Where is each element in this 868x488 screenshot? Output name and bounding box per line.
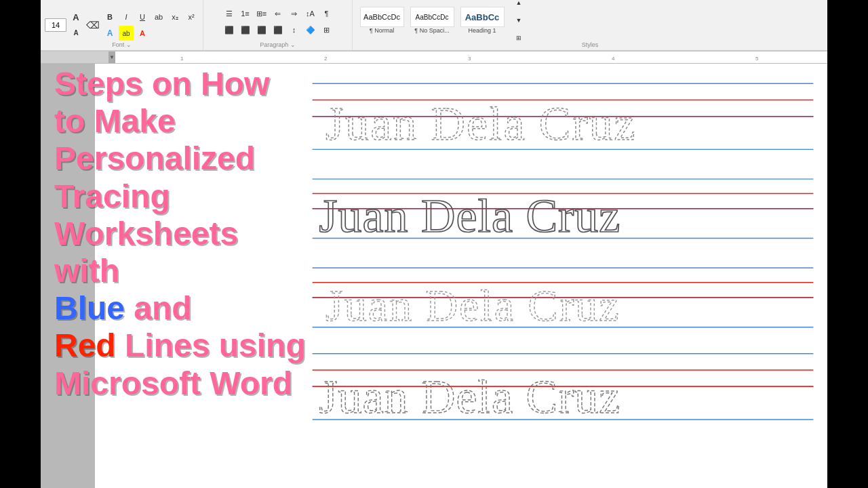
superscript-btn[interactable]: x² — [184, 9, 199, 24]
ruler-cursor: ▼ — [108, 52, 115, 63]
style-nospace[interactable]: AaBbCcDc ¶ No Spaci... — [408, 4, 456, 37]
ruler-mark-5: 5 — [755, 56, 758, 62]
style-heading1-text: AaBbCc — [465, 12, 500, 22]
italic-btn[interactable]: I — [119, 9, 134, 24]
style-nospace-text: AaBbCcDc — [416, 14, 449, 21]
black-bar-right — [827, 0, 868, 488]
ruler-mark-3: 3 — [468, 56, 471, 62]
style-heading1[interactable]: AaBbCc Heading 1 — [458, 4, 506, 37]
bullets-btn[interactable]: ☰ — [222, 6, 237, 21]
styles-expand-btn[interactable]: ⊞ — [511, 30, 526, 45]
styles-up-btn[interactable]: ▲ — [511, 0, 526, 10]
format-row-1: B I U ab x₂ x² — [102, 9, 199, 24]
paragraph-group: ☰ 1≡ ⊞≡ ⇐ ⇒ ↕A ¶ ⬛ ⬛ ⬛ ⬛ ↕ 🔷 ⊞ Paragraph… — [203, 0, 353, 50]
clear-format-btn[interactable]: ⌫ — [85, 18, 100, 33]
bold-btn[interactable]: B — [102, 9, 117, 24]
style-heading1-label: Heading 1 — [468, 27, 496, 34]
ruler-mark-1: 1 — [180, 56, 183, 62]
ruler-mark-4: 4 — [612, 56, 614, 62]
styles-scroll: ▲ ▼ ⊞ — [511, 0, 526, 45]
styles-group-label: Styles — [582, 41, 599, 48]
styles-down-btn[interactable]: ▼ — [511, 13, 526, 28]
svg-text:Juan Dela Cruz: Juan Dela Cruz — [319, 371, 620, 423]
svg-text:Juan Dela Cruz: Juan Dela Cruz — [326, 98, 637, 150]
align-left-btn[interactable]: ⬛ — [222, 22, 237, 37]
line-spacing-btn[interactable]: ↕ — [287, 22, 302, 37]
paragraph-group-label: Paragraph ⌄ — [260, 41, 296, 48]
style-heading1-preview: AaBbCc — [460, 7, 505, 27]
style-nospace-preview: AaBbCcDc — [410, 7, 454, 27]
ruler-mark-2: 2 — [324, 56, 327, 62]
styles-group: AaBbCcDc ¶ Normal AaBbCcDc ¶ No Spaci...… — [353, 0, 827, 50]
style-normal[interactable]: AaBbCcDc ¶ Normal — [358, 4, 406, 37]
align-right-btn[interactable]: ⬛ — [254, 22, 269, 37]
document-area: Juan Dela Cruz Juan Dela Cruz Juan Dela … — [41, 64, 827, 488]
style-normal-preview: AaBbCcDc — [360, 7, 404, 27]
sort-btn[interactable]: ↕A — [303, 6, 318, 21]
justify-btn[interactable]: ⬛ — [271, 22, 285, 37]
multilevel-btn[interactable]: ⊞≡ — [254, 6, 269, 21]
align-center-btn[interactable]: ⬛ — [238, 22, 253, 37]
ruler-white-area: ▼ 1 2 3 4 5 — [108, 52, 827, 63]
svg-text:Juan Dela Cruz: Juan Dela Cruz — [319, 190, 620, 242]
subscript-btn[interactable]: x₂ — [167, 9, 182, 24]
font-group-label: Font ⌄ — [112, 41, 132, 48]
shading-btn[interactable]: 🔷 — [303, 22, 318, 37]
font-shrink-btn[interactable]: A — [68, 26, 83, 41]
para-row-1: ☰ 1≡ ⊞≡ ⇐ ⇒ ↕A ¶ — [222, 6, 334, 21]
show-formatting-btn[interactable]: ¶ — [319, 6, 334, 21]
font-size-input[interactable] — [45, 18, 66, 32]
document-page: Juan Dela Cruz Juan Dela Cruz Juan Dela … — [95, 64, 827, 488]
style-normal-text: AaBbCcDc — [363, 13, 400, 21]
text-effects-btn[interactable]: A — [102, 26, 117, 41]
decrease-indent-btn[interactable]: ⇐ — [271, 6, 285, 21]
para-row-2: ⬛ ⬛ ⬛ ⬛ ↕ 🔷 ⊞ — [222, 22, 334, 37]
ms-word-toolbar: A A ⌫ B I U ab x₂ x² A ab A Font ⌄ ☰ 1≡ — [41, 0, 827, 52]
font-color-btn[interactable]: A — [135, 26, 150, 41]
worksheet-svg: Juan Dela Cruz Juan Dela Cruz Juan Dela … — [298, 64, 827, 488]
strikethrough-btn[interactable]: ab — [151, 9, 166, 24]
font-grow-btn[interactable]: A — [68, 10, 83, 25]
black-bar-left — [0, 0, 41, 488]
numbering-btn[interactable]: 1≡ — [238, 6, 253, 21]
borders-btn[interactable]: ⊞ — [319, 22, 334, 37]
format-row-2: A ab A — [102, 26, 199, 41]
highlight-btn[interactable]: ab — [119, 26, 134, 41]
ruler-gray-area — [41, 52, 108, 63]
style-nospace-label: ¶ No Spaci... — [414, 27, 449, 34]
style-normal-label: ¶ Normal — [370, 27, 394, 34]
underline-btn[interactable]: U — [135, 9, 150, 24]
increase-indent-btn[interactable]: ⇒ — [287, 6, 302, 21]
font-size-group: A A ⌫ B I U ab x₂ x² A ab A Font ⌄ — [41, 0, 203, 50]
svg-text:Juan Dela Cruz: Juan Dela Cruz — [326, 281, 620, 330]
ruler: ▼ 1 2 3 4 5 — [41, 52, 827, 64]
